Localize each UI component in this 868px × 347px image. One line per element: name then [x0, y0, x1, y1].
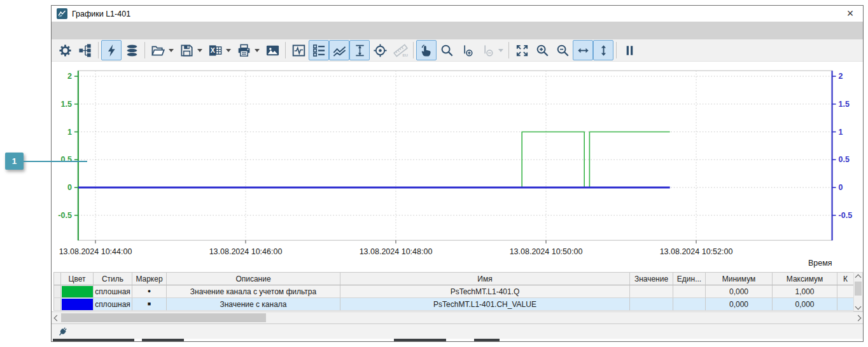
col-unit[interactable]: Един... [673, 272, 706, 285]
curves-button[interactable] [329, 40, 349, 60]
zoom-point-out-button[interactable] [477, 40, 498, 60]
col-selector[interactable] [53, 272, 61, 285]
lightning-icon [104, 43, 119, 58]
hierarchy-icon [78, 43, 93, 58]
series-color-cell[interactable] [61, 298, 94, 311]
print-button[interactable] [234, 40, 254, 60]
fit-screen-button[interactable] [512, 40, 532, 60]
value-range-icon [353, 43, 367, 58]
annotation-callout-line [24, 161, 87, 162]
scroll-down-arrow[interactable] [854, 303, 862, 310]
col-max[interactable]: Максимум [773, 272, 837, 285]
database-button[interactable] [122, 40, 142, 60]
printer-icon [237, 43, 251, 58]
open-dropdown-caret[interactable] [169, 49, 174, 52]
excel-dropdown-caret[interactable] [226, 49, 231, 52]
col-color[interactable]: Цвет [61, 272, 94, 285]
clipped-text-fragment [53, 339, 134, 341]
table-horizontal-scrollbar[interactable] [52, 311, 863, 323]
series-unit [673, 298, 706, 311]
series-max: 0,000 [773, 298, 837, 311]
series-description: Значение с канала [167, 298, 340, 311]
oscillogram-button[interactable] [288, 40, 309, 60]
fit-horizontal-button[interactable] [573, 40, 593, 60]
tree-button[interactable] [75, 40, 95, 60]
legend-button[interactable] [309, 40, 329, 60]
svg-text:13.08.2024 10:52:00: 13.08.2024 10:52:00 [660, 247, 733, 256]
svg-text:13.08.2024 10:48:00: 13.08.2024 10:48:00 [360, 247, 433, 256]
save-dropdown-caret[interactable] [197, 49, 202, 52]
col-style[interactable]: Стиль [94, 272, 132, 285]
col-min[interactable]: Минимум [706, 272, 773, 285]
export-excel-button[interactable]: X [205, 40, 225, 60]
title-bar[interactable]: Графики L1-401 × [52, 6, 863, 22]
series-value [630, 298, 673, 311]
svg-text:0.5: 0.5 [839, 155, 850, 164]
row-selector[interactable] [53, 285, 61, 298]
target-button[interactable] [370, 40, 390, 60]
svg-text:-0.5: -0.5 [58, 211, 72, 220]
open-button[interactable] [148, 40, 168, 60]
row-selector[interactable] [53, 298, 61, 311]
series-marker: ● [132, 285, 167, 298]
gear-icon [58, 43, 73, 58]
series-name: PsTechMT.L1-401.Q [340, 285, 630, 298]
col-name[interactable]: Имя [340, 272, 630, 285]
svg-text:0: 0 [839, 183, 843, 192]
chevron-right-icon [855, 315, 861, 321]
series-color-swatch[interactable] [62, 299, 93, 310]
fit-vertical-button[interactable] [593, 40, 613, 60]
pause-button[interactable] [619, 40, 640, 60]
series-style: сплошная [94, 298, 132, 311]
series-max: 1,000 [773, 285, 837, 298]
series-min: 0,000 [706, 285, 773, 298]
scroll-right-arrow[interactable] [853, 312, 862, 323]
zoom-point-in-button[interactable] [457, 40, 477, 60]
table-vertical-scrollbar[interactable] [853, 272, 863, 311]
table-row[interactable]: сплошная ■ Значение с канала PsTechMT.L1… [53, 298, 854, 311]
vertical-scroll-thumb[interactable] [855, 282, 862, 296]
toolbar-separator [144, 42, 145, 58]
toolbar: X EU [52, 39, 863, 62]
pause-icon [622, 43, 637, 58]
clipped-text-fragment [474, 339, 500, 341]
horizontal-scroll-thumb[interactable] [61, 313, 266, 322]
zoom-out-button[interactable] [552, 40, 573, 60]
series-color-cell[interactable] [61, 285, 94, 298]
series-min: 0,000 [706, 298, 773, 311]
close-button[interactable]: × [840, 6, 860, 22]
col-marker[interactable]: Маркер [132, 272, 167, 285]
trend-window: Графики L1-401 × X [51, 5, 864, 342]
toolbar-separator [616, 42, 617, 58]
svg-text:Время: Время [808, 259, 832, 268]
excel-icon: X [208, 43, 223, 58]
value-range-button[interactable] [349, 40, 370, 60]
toolbar-separator [413, 42, 414, 58]
table-row[interactable]: сплошная ● Значение канала с учетом филь… [53, 285, 854, 298]
ruler-eu-icon: EU [393, 43, 408, 58]
svg-text:2: 2 [839, 72, 843, 81]
settings-button[interactable] [55, 40, 75, 60]
save-button[interactable] [176, 40, 197, 60]
chart-plot[interactable]: 221.51.5110.50.500-0.5-0.513.08.2024 10:… [52, 62, 863, 272]
realtime-button[interactable] [101, 40, 122, 60]
magnifier-button[interactable] [437, 40, 457, 60]
print-dropdown-caret[interactable] [255, 49, 260, 52]
col-description[interactable]: Описание [167, 272, 340, 285]
zoom-point-out-caret[interactable] [498, 49, 503, 52]
hand-select-button[interactable] [416, 40, 437, 60]
image-icon [265, 43, 280, 58]
col-value[interactable]: Значение [630, 272, 673, 285]
export-image-button[interactable] [262, 40, 283, 60]
scroll-up-arrow[interactable] [854, 273, 862, 281]
zoom-out-icon [556, 43, 570, 58]
series-color-swatch[interactable] [62, 286, 93, 297]
open-folder-icon [151, 43, 165, 58]
clipped-text-fragment [394, 339, 446, 341]
col-k[interactable]: К [837, 272, 854, 285]
scroll-left-arrow[interactable] [52, 312, 61, 323]
chevron-left-icon [53, 315, 60, 321]
ruler-eu-button[interactable]: EU [390, 40, 410, 60]
zoom-in-button[interactable] [532, 40, 552, 60]
svg-text:0: 0 [67, 183, 72, 192]
